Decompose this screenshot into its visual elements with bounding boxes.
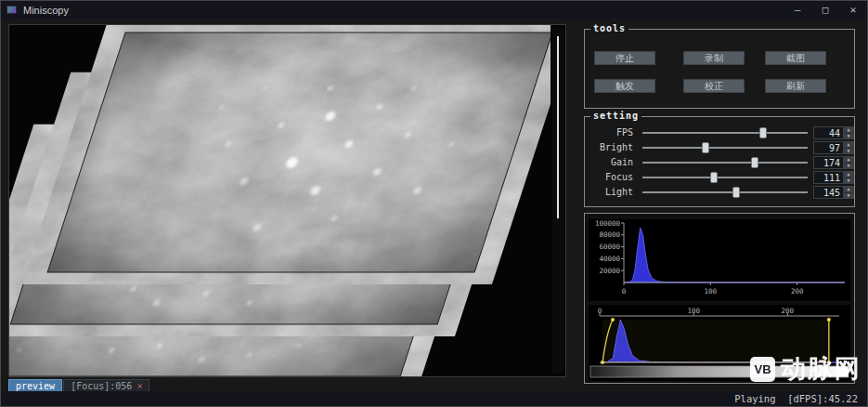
fps-spin-down-icon[interactable]: ▼ [844, 134, 853, 139]
preview-canvas[interactable] [8, 24, 566, 377]
light-spin-down-icon[interactable]: ▼ [844, 193, 853, 199]
stop-button[interactable]: 停止 [594, 51, 655, 65]
gain-value[interactable]: 174 [814, 157, 843, 168]
preview-scrollbar-thumb[interactable] [557, 36, 559, 218]
app-icon [6, 6, 17, 14]
light-slider-handle[interactable] [732, 187, 740, 198]
bright-spin-down-icon[interactable]: ▼ [844, 149, 853, 154]
gain-slider-handle[interactable] [751, 157, 758, 168]
svg-text:200: 200 [791, 287, 804, 295]
bright-row: Bright 97 ▲ ▼ [590, 141, 849, 154]
record-button[interactable]: 录制 [683, 51, 745, 65]
title-bar: Miniscopy — □ ✕ [1, 1, 867, 19]
light-spin-buttons: ▲ ▼ [843, 187, 853, 198]
svg-text:100000: 100000 [595, 219, 621, 228]
status-text: Playing [dFPS]:45.22 [734, 393, 858, 404]
setting-group: setting FPS 44 ▲ ▼ Bright 97 ▲ ▼ [584, 116, 855, 207]
focus-value[interactable]: 111 [814, 172, 843, 183]
close-icon[interactable]: ✕ [839, 1, 867, 19]
bright-slider-track[interactable] [642, 147, 808, 149]
setting-group-title: setting [590, 111, 641, 121]
histogram-group: 200004000060000800001000000100200 010020… [584, 213, 855, 384]
fps-slider-handle[interactable] [759, 127, 767, 138]
svg-text:0: 0 [622, 287, 627, 295]
gain-spin-buttons: ▲ ▼ [843, 157, 853, 168]
fps-spin-buttons: ▲ ▼ [843, 127, 853, 138]
light-slider[interactable] [642, 186, 808, 199]
window-controls: — □ ✕ [784, 1, 867, 19]
maximize-icon[interactable]: □ [811, 1, 839, 19]
snapshot-button[interactable]: 截图 [765, 51, 826, 65]
status-bar: Playing [dFPS]:45.22 [1, 391, 867, 406]
light-row: Light 145 ▲ ▼ [590, 186, 849, 199]
svg-text:20000: 20000 [599, 267, 620, 275]
bright-label: Bright [590, 141, 633, 154]
bright-slider[interactable] [642, 141, 808, 154]
gain-label: Gain [590, 156, 633, 169]
bright-spin-buttons: ▲ ▼ [843, 142, 853, 153]
app-window: Miniscopy — □ ✕ [0, 0, 868, 407]
focus-slider[interactable] [642, 171, 808, 184]
app-title: Miniscopy [23, 5, 69, 16]
light-slider-track[interactable] [642, 191, 808, 193]
focus-slider-handle[interactable] [710, 172, 718, 183]
focus-spin-down-icon[interactable]: ▼ [844, 178, 853, 184]
trigger-button[interactable]: 触发 [594, 79, 655, 93]
tab-preview-label: preview [16, 381, 55, 391]
gain-slider[interactable] [642, 156, 808, 169]
bright-spinbox[interactable]: 97 ▲ ▼ [813, 141, 854, 154]
focus-row: Focus 111 ▲ ▼ [590, 171, 849, 184]
light-value[interactable]: 145 [814, 187, 843, 198]
microscopy-frame-stack [9, 25, 551, 376]
bright-slider-handle[interactable] [702, 142, 709, 153]
light-label: Light [590, 186, 633, 199]
light-spinbox[interactable]: 145 ▲ ▼ [813, 186, 854, 199]
fps-spinbox[interactable]: 44 ▲ ▼ [813, 126, 854, 139]
gain-spin-down-icon[interactable]: ▼ [844, 164, 853, 169]
focus-label: Focus [590, 171, 633, 184]
minimize-icon[interactable]: — [784, 1, 811, 19]
calibrate-button[interactable]: 校正 [683, 79, 745, 93]
intensity-histogram: 200004000060000800001000000100200 [589, 219, 850, 301]
fps-slider-track[interactable] [642, 132, 808, 134]
svg-text:40000: 40000 [599, 255, 620, 263]
gain-spinbox[interactable]: 174 ▲ ▼ [813, 156, 854, 169]
fps-label: FPS [590, 126, 633, 139]
svg-text:100: 100 [705, 287, 718, 295]
svg-text:60000: 60000 [599, 243, 620, 251]
focus-spinbox[interactable]: 111 ▲ ▼ [813, 171, 854, 184]
preview-scrollbar[interactable] [552, 29, 564, 373]
fps-value[interactable]: 44 [814, 127, 843, 138]
tab-focus-label: [Focus]:056 [71, 381, 132, 391]
svg-text:80000: 80000 [599, 230, 620, 239]
tools-group-title: tools [590, 23, 628, 33]
fps-row: FPS 44 ▲ ▼ [590, 126, 849, 139]
gain-row: Gain 174 ▲ ▼ [590, 156, 849, 169]
focus-slider-track[interactable] [642, 177, 808, 178]
gain-slider-track[interactable] [642, 162, 808, 164]
microscopy-frame-1 [47, 28, 551, 272]
tab-close-icon[interactable]: × [136, 381, 142, 391]
fps-slider[interactable] [642, 126, 808, 139]
focus-spin-buttons: ▲ ▼ [843, 172, 853, 183]
refresh-button[interactable]: 刷新 [765, 79, 826, 93]
tools-group: tools 停止 录制 截图 触发 校正 刷新 [584, 29, 855, 109]
bright-value[interactable]: 97 [814, 142, 843, 153]
levels-histogram[interactable]: 0100200 [589, 305, 850, 381]
